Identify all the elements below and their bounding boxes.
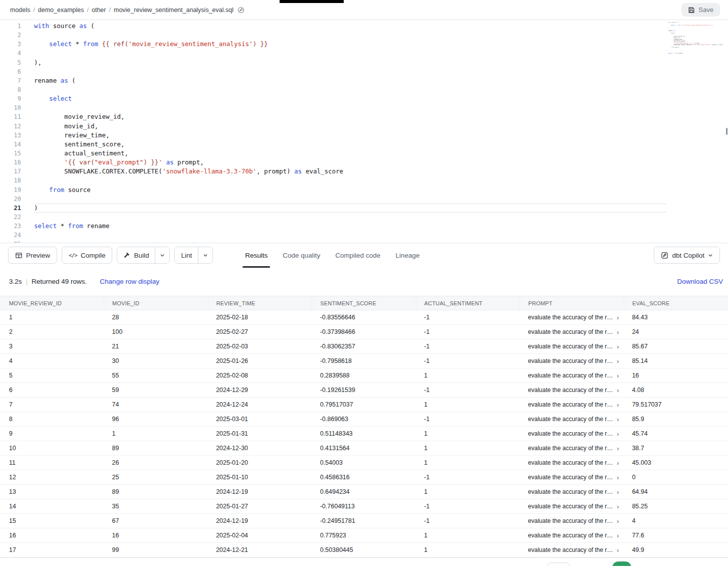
minimap[interactable]: with source as ( select * from {{ ref('m… (668, 22, 723, 57)
prompt-cell-content: evaluate the accuracy of the res...› (528, 387, 619, 394)
editor-scrollbar[interactable] (725, 20, 727, 243)
tab-lineage[interactable]: Lineage (388, 243, 427, 268)
expand-cell-chevron-icon[interactable]: › (617, 416, 619, 423)
change-row-display-link[interactable]: Change row display (100, 278, 159, 285)
preview-button[interactable]: Preview (8, 247, 57, 264)
cell: 15 (0, 514, 104, 528)
partial-bottom-button[interactable] (548, 562, 570, 566)
lint-button[interactable]: Lint (175, 247, 198, 263)
code-line[interactable]: select * from {{ ref('movie_review_senti… (34, 40, 666, 49)
code-line[interactable] (34, 67, 666, 76)
cell: 28 (104, 310, 208, 325)
save-button[interactable]: Save (681, 3, 720, 17)
expand-cell-chevron-icon[interactable]: › (617, 431, 619, 437)
expand-cell-chevron-icon[interactable]: › (617, 474, 619, 481)
code-editor[interactable]: 1234567891011121314151617181920212223242… (0, 20, 728, 243)
code-line[interactable]: from source (34, 185, 666, 195)
expand-cell-chevron-icon[interactable]: › (617, 532, 619, 539)
lint-dropdown-button[interactable] (198, 247, 212, 263)
cell: 77.6 (624, 528, 728, 543)
cell: 1 (416, 427, 520, 441)
line-number: 3 (0, 40, 21, 49)
expand-cell-chevron-icon[interactable]: › (617, 358, 619, 364)
code-line[interactable] (34, 213, 666, 222)
expand-cell-chevron-icon[interactable]: › (617, 372, 619, 379)
code-line[interactable]: sentiment_score, (34, 140, 666, 149)
expand-cell-chevron-icon[interactable]: › (617, 518, 619, 524)
cell: 2025-02-04 (208, 528, 312, 543)
code-line[interactable] (34, 195, 666, 204)
code-line[interactable]: with source as ( (34, 22, 666, 31)
code-line[interactable]: actual_sentiment, (34, 149, 666, 158)
code-line[interactable] (34, 176, 666, 185)
prompt-cell: evaluate the accuracy of the res...› (520, 427, 624, 441)
code-token: source (674, 47, 679, 48)
build-split-button: Build (117, 247, 170, 264)
compile-button[interactable]: </> Compile (62, 247, 112, 264)
minimap-line (668, 56, 723, 57)
table-row: 3212025-02-03-0.83062357-1evaluate the a… (0, 339, 728, 354)
code-token: 'snowflake-llama-3.3-70b' (162, 167, 257, 175)
code-line[interactable]: select * from rename (34, 222, 666, 231)
expand-cell-chevron-icon[interactable]: › (617, 445, 619, 452)
code-token: ) }} (143, 158, 158, 166)
cell: 85.25 (624, 499, 728, 514)
code-line[interactable] (34, 240, 666, 243)
cell: 1 (416, 528, 520, 543)
code-line[interactable]: movie_id, (34, 122, 666, 131)
code-line[interactable] (34, 231, 666, 240)
code-area[interactable]: with source as ( select * from {{ ref('m… (34, 22, 720, 243)
prompt-cell: evaluate the accuracy of the res...› (520, 310, 624, 325)
prompt-text: evaluate the accuracy of the res... (528, 517, 614, 524)
editor-scrollbar-thumb[interactable] (726, 128, 727, 135)
cell: 26 (104, 456, 208, 470)
code-line[interactable] (34, 31, 666, 40)
tab-code-quality[interactable]: Code quality (275, 243, 328, 268)
code-line[interactable] (34, 49, 666, 58)
build-button[interactable]: Build (117, 247, 155, 263)
expand-cell-chevron-icon[interactable]: › (617, 547, 619, 553)
expand-cell-chevron-icon[interactable]: › (617, 314, 619, 321)
breadcrumb-item[interactable]: models (10, 7, 30, 14)
expand-cell-chevron-icon[interactable]: › (617, 460, 619, 466)
dbt-copilot-button[interactable]: dbt Copilot (654, 247, 720, 264)
partial-green-badge[interactable] (612, 561, 631, 566)
cell: 2024-12-19 (208, 514, 312, 528)
cell: 0.2839588 (312, 368, 416, 383)
line-number: 22 (0, 213, 21, 222)
code-line[interactable] (34, 85, 666, 94)
build-dropdown-button[interactable] (155, 247, 169, 263)
code-line[interactable]: '{{ var("eval_prompt") }}' as prompt, (34, 158, 666, 167)
download-csv-link[interactable]: Download CSV (677, 278, 724, 285)
prompt-cell-content: evaluate the accuracy of the res...› (528, 314, 619, 321)
code-line[interactable]: movie_review_id, (34, 112, 666, 121)
cell: -1 (416, 470, 520, 485)
code-line[interactable]: ), (34, 58, 666, 67)
expand-cell-chevron-icon[interactable]: › (617, 489, 619, 495)
expand-cell-chevron-icon[interactable]: › (617, 402, 619, 408)
expand-cell-chevron-icon[interactable]: › (617, 503, 619, 510)
edit-circle-icon[interactable] (237, 7, 245, 14)
prompt-cell-content: evaluate the accuracy of the res...› (528, 343, 619, 350)
code-token: sentiment_score, (34, 140, 125, 148)
code-line[interactable]: SNOWFLAKE.CORTEX.COMPLETE('snowflake-lla… (34, 167, 666, 176)
expand-cell-chevron-icon[interactable]: › (617, 343, 619, 350)
prompt-cell: evaluate the accuracy of the res...› (520, 383, 624, 398)
expand-cell-chevron-icon[interactable]: › (617, 387, 619, 394)
cell: 1 (416, 485, 520, 499)
breadcrumb-item[interactable]: movie_review_sentiment_analysis_eval.sql (114, 7, 233, 14)
code-line[interactable] (34, 103, 666, 112)
code-line[interactable]: select (34, 94, 666, 103)
code-line[interactable]: rename as ( (34, 76, 666, 85)
breadcrumb-item[interactable]: demo_examples (38, 7, 84, 14)
prompt-cell: evaluate the accuracy of the res...› (520, 339, 624, 354)
code-line[interactable]: review_time, (34, 131, 666, 140)
prompt-text: evaluate the accuracy of the res... (528, 343, 614, 350)
tab-compiled-code[interactable]: Compiled code (328, 243, 388, 268)
expand-cell-chevron-icon[interactable]: › (617, 329, 619, 335)
line-number: 1 (0, 22, 21, 31)
code-line[interactable]: ) (34, 204, 666, 213)
tab-results[interactable]: Results (237, 243, 275, 268)
breadcrumb-item[interactable]: other (92, 7, 106, 14)
prompt-cell: evaluate the accuracy of the res...› (520, 354, 624, 368)
